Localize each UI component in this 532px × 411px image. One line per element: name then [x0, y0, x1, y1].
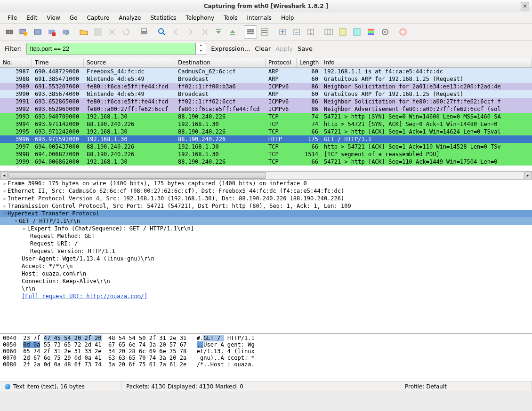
packet-row[interactable]: 3993693.940709000192.168.1.3088.190.240.… — [0, 113, 532, 120]
menu-go[interactable]: Go — [66, 14, 81, 22]
save-filter-button[interactable]: Save — [298, 45, 313, 52]
menu-internals[interactable]: Internals — [243, 14, 276, 22]
svg-rect-16 — [247, 33, 254, 34]
zoom-out-icon[interactable]: − — [290, 25, 303, 39]
svg-text:1: 1 — [309, 30, 312, 35]
menu-file[interactable]: File — [4, 14, 21, 22]
packet-row[interactable]: 3992693.652960000fe80::a00:27ff:fe62:6cc… — [0, 105, 532, 113]
col-header-no[interactable]: No. — [0, 58, 32, 67]
menu-edit[interactable]: Edit — [23, 14, 41, 22]
detail-ethernet[interactable]: ▹Ethernet II, Src: CadmusCo_62:6c:cf (08… — [0, 187, 532, 195]
col-header-time[interactable]: Time — [32, 58, 84, 67]
packet-row[interactable]: 3994693.97114200088.190.240.226192.168.1… — [0, 120, 532, 128]
go-to-packet-icon[interactable] — [198, 25, 211, 39]
detail-uri[interactable]: Request URI: / — [0, 240, 532, 247]
hex-dump[interactable]: 0040 23 7f 47 45 54 20 2f 20 48 54 54 50… — [0, 334, 532, 381]
filter-dropdown-button[interactable]: ▴▾ — [196, 43, 206, 55]
svg-rect-3 — [34, 30, 41, 34]
zoom-normal-icon[interactable]: 1 — [304, 25, 317, 39]
detail-get-line[interactable]: ▿GET / HTTP/1.1\r\n — [0, 217, 532, 225]
col-header-info[interactable]: Info — [321, 58, 532, 67]
svg-rect-30 — [354, 29, 360, 35]
packet-row[interactable]: 3998694.00682700088.190.240.226192.168.1… — [0, 150, 532, 158]
expression-button[interactable]: Expression... — [211, 45, 250, 52]
menu-help[interactable]: Help — [277, 14, 298, 22]
coloring-rules-icon[interactable] — [364, 25, 378, 39]
svg-rect-29 — [339, 29, 346, 35]
interfaces-icon[interactable] — [3, 25, 16, 39]
detail-ip[interactable]: ▹Internet Protocol Version 4, Src: 192.1… — [0, 195, 532, 202]
clear-button[interactable]: Clear — [255, 45, 271, 52]
menu-statistics[interactable]: Statistics — [146, 14, 180, 22]
stop-capture-icon[interactable] — [45, 25, 58, 39]
detail-user-agent[interactable]: User-Agent: Wget/1.13.4 (linux-gnu)\r\n — [0, 255, 532, 262]
packet-row[interactable]: 3987690.448729000FreeboxS_44:fc:dcCadmus… — [0, 68, 532, 75]
packet-row[interactable]: 3996693.971592000192.168.1.3088.190.240.… — [0, 135, 532, 143]
detail-host[interactable]: Host: ouaza.com\r\n — [0, 270, 532, 277]
zoom-in-icon[interactable]: + — [276, 25, 289, 39]
help-icon[interactable] — [396, 25, 410, 39]
menu-capture[interactable]: Capture — [83, 14, 113, 22]
capture-led-icon[interactable] — [5, 384, 10, 389]
filter-input[interactable] — [26, 43, 196, 55]
preferences-icon[interactable] — [379, 25, 392, 39]
detail-method[interactable]: Request Method: GET — [0, 232, 532, 240]
packet-row[interactable]: 3997694.00543700088.190.240.226192.168.1… — [0, 143, 532, 150]
menu-view[interactable]: View — [43, 14, 64, 22]
toolbar: + − 1 — [0, 24, 532, 40]
status-profile[interactable]: Profile: Default — [400, 381, 532, 391]
filter-label: Filter: — [5, 45, 22, 52]
capture-filters-icon[interactable] — [336, 25, 349, 39]
col-header-length[interactable]: Length — [297, 58, 321, 67]
packet-row[interactable]: 3989691.553207000fe80::f6ca:e5ff:fe44:fc… — [0, 83, 532, 90]
svg-rect-15 — [247, 31, 254, 32]
go-first-icon[interactable] — [212, 25, 225, 39]
go-back-icon[interactable] — [169, 25, 183, 39]
colorize-icon[interactable] — [244, 25, 257, 39]
scroll-left-icon[interactable]: ◂ — [0, 172, 8, 179]
options-icon[interactable] — [17, 25, 30, 39]
hscrollbar[interactable]: ◂ ▸ — [0, 171, 532, 180]
packet-list[interactable]: No. Time Source Destination Protocol Len… — [0, 57, 532, 171]
detail-http[interactable]: ▿Hypertext Transfer Protocol — [0, 210, 532, 217]
packet-details[interactable]: ▹Frame 3996: 175 bytes on wire (1400 bit… — [0, 180, 532, 334]
menu-tools[interactable]: Tools — [220, 14, 242, 22]
close-file-icon[interactable] — [105, 25, 119, 39]
find-icon[interactable] — [155, 25, 169, 39]
detail-frame[interactable]: ▹Frame 3996: 175 bytes on wire (1400 bit… — [0, 180, 532, 187]
packet-row[interactable]: 3995693.971242000192.168.1.3088.190.240.… — [0, 128, 532, 135]
col-header-source[interactable]: Source — [84, 58, 175, 67]
menu-telephony[interactable]: Telephony — [182, 14, 218, 22]
resize-columns-icon[interactable] — [322, 25, 335, 39]
detail-expert[interactable]: ▹[Expert Info (Chat/Sequence): GET / HTT… — [0, 225, 532, 232]
scroll-right-icon[interactable]: ▸ — [524, 172, 532, 179]
packet-row[interactable]: 3988691.385471000Nintendo_4d:e5:49Broadc… — [0, 75, 532, 83]
svg-rect-5 — [52, 32, 56, 36]
start-capture-icon[interactable] — [31, 25, 44, 39]
col-header-destination[interactable]: Destination — [175, 58, 266, 67]
packet-row[interactable]: 3990693.385674000Nintendo_4d:e5:49Broadc… — [0, 90, 532, 98]
print-icon[interactable] — [137, 25, 151, 39]
apply-button[interactable]: Apply — [275, 45, 293, 52]
detail-version[interactable]: Request Version: HTTP/1.1 — [0, 247, 532, 255]
auto-scroll-icon[interactable] — [258, 25, 271, 39]
restart-capture-icon[interactable] — [59, 25, 73, 39]
reload-icon[interactable] — [120, 25, 133, 39]
save-file-icon[interactable] — [91, 25, 105, 39]
go-last-icon[interactable] — [226, 25, 239, 39]
display-filters-icon[interactable] — [350, 25, 363, 39]
packet-list-header[interactable]: No. Time Source Destination Protocol Len… — [0, 57, 532, 68]
packet-row[interactable]: 3991693.652865000fe80::f6ca:e5ff:fe44:fc… — [0, 98, 532, 105]
go-forward-icon[interactable] — [184, 25, 197, 39]
detail-connection[interactable]: Connection: Keep-Alive\r\n — [0, 277, 532, 285]
detail-accept[interactable]: Accept: */*\r\n — [0, 262, 532, 270]
detail-tcp[interactable]: ▹Transmission Control Protocol, Src Port… — [0, 202, 532, 210]
close-button[interactable]: ✕ — [521, 2, 529, 10]
open-file-icon[interactable] — [77, 25, 90, 39]
menu-analyze[interactable]: Analyze — [115, 14, 145, 22]
col-header-protocol[interactable]: Protocol — [266, 58, 297, 67]
packet-row[interactable]: 3999694.006862000192.168.1.3088.190.240.… — [0, 158, 532, 166]
detail-full-uri[interactable]: [Full request URI: http://ouaza.com/] — [0, 292, 532, 300]
scroll-thumb[interactable] — [8, 172, 266, 179]
detail-crlf[interactable]: \r\n — [0, 285, 532, 292]
